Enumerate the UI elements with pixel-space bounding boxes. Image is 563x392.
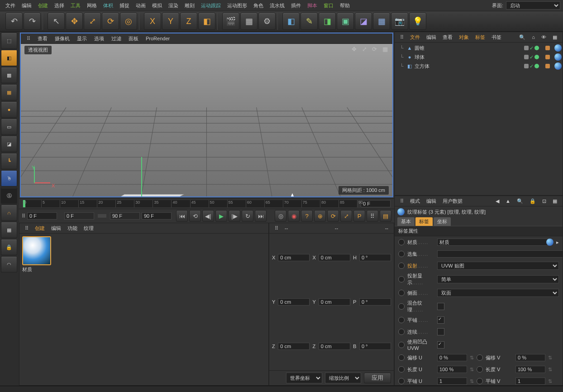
attr-field[interactable]: [437, 378, 467, 385]
menu-脚本[interactable]: 脚本: [305, 1, 320, 10]
anim-radio[interactable]: [398, 239, 405, 245]
timeline-current-field[interactable]: [361, 200, 391, 207]
anim-radio[interactable]: [398, 276, 405, 282]
scale-icon[interactable]: ⤢: [84, 13, 101, 30]
range-end-field[interactable]: [142, 212, 172, 220]
anim-radio[interactable]: [398, 317, 405, 323]
menu-渲染[interactable]: 渲染: [166, 1, 181, 10]
z-axis-icon[interactable]: Z: [180, 13, 197, 30]
coord-field[interactable]: [359, 343, 391, 350]
menu-插件[interactable]: 插件: [288, 1, 304, 10]
grip-icon[interactable]: ⠿: [22, 225, 31, 232]
material-swatch[interactable]: [22, 236, 51, 265]
grip-icon[interactable]: ⠿: [22, 213, 25, 219]
workplane2-icon[interactable]: ▦: [1, 222, 17, 238]
object-name[interactable]: 圆锥: [415, 45, 522, 52]
menu-运动图形[interactable]: 运动图形: [224, 1, 250, 10]
anim-radio[interactable]: [398, 303, 405, 310]
coord-field[interactable]: [278, 298, 310, 306]
render-dot[interactable]: [545, 55, 550, 59]
vp-menu-摄像机[interactable]: 摄像机: [52, 35, 73, 43]
anim-radio[interactable]: [398, 354, 405, 361]
obj-toolbar-icon[interactable]: 👁: [539, 34, 549, 40]
expand-icon[interactable]: └: [400, 54, 405, 60]
obj-menu-查看[interactable]: 查看: [440, 33, 455, 41]
menu-捕捉[interactable]: 捕捉: [117, 1, 132, 10]
menu-运动跟踪[interactable]: 运动跟踪: [198, 1, 224, 10]
attr-toolbar-icon[interactable]: 🔍: [514, 198, 526, 205]
play-icon[interactable]: ▶: [215, 210, 227, 222]
record-icon[interactable]: ⟲: [189, 210, 201, 222]
menu-窗口[interactable]: 窗口: [321, 1, 336, 10]
deformer-icon[interactable]: ◪: [355, 13, 372, 30]
hierarchy-row[interactable]: └▲圆锥✓: [396, 43, 562, 53]
light-icon[interactable]: 💡: [409, 13, 426, 30]
obj-menu-标签[interactable]: 标签: [472, 33, 488, 41]
pen-icon[interactable]: ✎: [301, 13, 318, 30]
coord-field[interactable]: [278, 254, 310, 261]
anim-radio[interactable]: [477, 354, 483, 361]
grip-icon[interactable]: ⠿: [397, 198, 406, 205]
generator-icon[interactable]: ▣: [337, 13, 354, 30]
obj-menu-文件[interactable]: 文件: [407, 33, 423, 41]
cone-object[interactable]: [265, 193, 320, 196]
menu-创建[interactable]: 创建: [35, 1, 51, 10]
key-dots-icon[interactable]: ⠿: [367, 210, 378, 222]
attr-field[interactable]: [515, 378, 545, 385]
enable-dot[interactable]: [534, 64, 539, 68]
menu-帮助[interactable]: 帮助: [337, 1, 353, 10]
obj-toolbar-icon[interactable]: 🔍: [516, 34, 528, 41]
menu-动画[interactable]: 动画: [133, 1, 148, 10]
attr-check-tile[interactable]: [437, 316, 444, 324]
anim-radio[interactable]: [398, 263, 405, 269]
anim-radio[interactable]: [398, 251, 405, 257]
viewport-nav-icons[interactable]: ✥ ⤢ ⟳ ▦: [352, 46, 390, 53]
obj-toolbar-icon[interactable]: ⌂: [529, 34, 538, 40]
attr-check-bump[interactable]: [437, 341, 444, 349]
menu-雕刻[interactable]: 雕刻: [182, 1, 197, 10]
layer-dot[interactable]: [524, 46, 529, 50]
anim-radio[interactable]: [398, 378, 405, 384]
attr-field-sel[interactable]: [437, 250, 563, 258]
rotate-icon[interactable]: ⟳: [102, 13, 119, 30]
polygon-icon[interactable]: ◪: [1, 136, 17, 152]
menu-体积[interactable]: 体积: [100, 1, 116, 10]
coord-field[interactable]: [359, 254, 391, 261]
attr-field[interactable]: [437, 354, 467, 361]
lock-icon[interactable]: 🔒: [1, 239, 17, 255]
obj-toolbar-icon[interactable]: ▦: [550, 34, 560, 41]
snap-icon[interactable]: Ⓢ: [1, 187, 17, 204]
menu-编辑[interactable]: 编辑: [19, 1, 34, 10]
attr-tab-标签[interactable]: 标签: [415, 217, 433, 226]
viewport[interactable]: 透视视图 ✥ ⤢ ⟳ ▦ 网格间距 : 1000 cm N N V V X Y: [21, 44, 392, 196]
loop-end-field[interactable]: [110, 212, 140, 220]
texture-tag-icon[interactable]: [554, 53, 562, 61]
layer-dot[interactable]: [524, 55, 529, 59]
coord-field[interactable]: [319, 254, 350, 261]
hierarchy-row[interactable]: └●球体✓: [396, 53, 562, 62]
x-axis-icon[interactable]: X: [144, 13, 161, 30]
enable-dot[interactable]: [534, 55, 539, 59]
loop-icon[interactable]: ↻: [242, 210, 253, 222]
attr-select-disp[interactable]: 简单: [437, 275, 559, 283]
menu-文件[interactable]: 文件: [3, 1, 18, 10]
attr-tab-基本[interactable]: 基本: [397, 217, 415, 226]
obj-menu-编辑[interactable]: 编辑: [424, 33, 439, 41]
workplane-icon[interactable]: ▦: [1, 84, 17, 100]
vp-menu-ProRender[interactable]: ProRender: [143, 35, 173, 42]
range-start-field[interactable]: [27, 212, 57, 220]
anim-radio[interactable]: [398, 342, 405, 348]
menu-选择[interactable]: 选择: [52, 1, 67, 10]
material-name[interactable]: 材质: [22, 266, 51, 273]
menu-流水线[interactable]: 流水线: [267, 1, 287, 10]
render-dot[interactable]: [545, 64, 550, 68]
point-icon[interactable]: ●: [1, 101, 17, 118]
vp-menu-显示[interactable]: 显示: [74, 35, 90, 43]
texture-icon[interactable]: ▩: [1, 67, 17, 83]
visibility-icon[interactable]: ✓: [530, 63, 534, 69]
obj-menu-对象[interactable]: 对象: [456, 33, 472, 41]
object-name[interactable]: 立方体: [415, 63, 522, 70]
goto-end-icon[interactable]: ⏭: [255, 210, 267, 222]
edge-icon[interactable]: ▭: [1, 119, 17, 135]
coord-field[interactable]: [319, 343, 350, 350]
